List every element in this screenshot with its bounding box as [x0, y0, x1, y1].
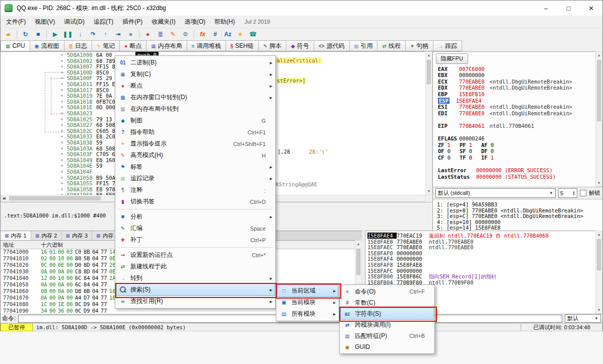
stack-vscrollbar[interactable]: ▲ ▼: [595, 231, 602, 314]
register-row[interactable]: EDX770EABE0<ntdll.DbgUiRemoteBreakin>: [438, 85, 593, 91]
menubar-item-6[interactable]: 收藏夹(I): [147, 16, 180, 28]
breakpoint-dot[interactable]: [61, 71, 63, 74]
menu-current-region[interactable]: □当前区域▸: [277, 285, 338, 297]
tab-memory-map[interactable]: ▦内存布局: [146, 40, 187, 51]
argument-row[interactable]: 4: [esp+10] 00000000: [437, 219, 500, 225]
tab-references[interactable]: ◎引用: [350, 40, 378, 51]
pause-button[interactable]: ❚❚: [62, 29, 73, 40]
tab-breakpoints[interactable]: ●断点: [120, 40, 146, 51]
menubar-item-2[interactable]: 视图(V): [30, 16, 59, 28]
scroll-up-icon[interactable]: ▲: [596, 52, 602, 58]
unlock-checkbox[interactable]: [580, 190, 586, 196]
breakpoint-dot[interactable]: [61, 141, 63, 143]
tab-script[interactable]: ✎脚本: [259, 40, 286, 51]
stack-row[interactable]: 15E8FAF000000000: [367, 250, 429, 256]
scroll-right-icon[interactable]: ▶: [1, 195, 8, 201]
argument-count-stepper[interactable]: 5 ▲▼: [558, 188, 577, 198]
scroll-up-icon[interactable]: ▲: [596, 231, 602, 238]
scroll-down-icon[interactable]: ▼: [426, 188, 432, 194]
breakpoint-dot[interactable]: [61, 148, 63, 150]
register-row[interactable]: ESI770EABE0<ntdll.DbgUiRemoteBreakin>: [438, 104, 593, 110]
menu-show-mnemonic-brief[interactable]: ✦显示指令提示Ctrl+Shift+F1: [116, 138, 274, 150]
stack-row[interactable]: 15E8FAF400000000: [367, 256, 429, 262]
menubar-item-8[interactable]: 帮助(H): [210, 16, 240, 28]
breakpoint-dot[interactable]: [61, 124, 63, 126]
registers-vscrollbar[interactable]: ▲ ▼: [595, 51, 602, 187]
stack-row[interactable]: 15E8FAFC00000000: [367, 268, 429, 274]
breakpoint-dot[interactable]: [61, 112, 63, 114]
menu-breakpoint[interactable]: ●断点▸: [116, 80, 274, 92]
tab-call-stack[interactable]: ≡调用堆栈: [187, 40, 226, 51]
stack-row[interactable]: 15E8FAE4770EAC19返回到 ntdll.770EAC19 自 ntd…: [367, 233, 549, 239]
breakpoint-dot[interactable]: [61, 153, 63, 155]
settings-button[interactable]: ⚙: [180, 29, 191, 40]
calling-convention-select[interactable]: 默认 (stdcall) ▼: [435, 188, 556, 198]
breakpoint-dot[interactable]: [61, 135, 63, 137]
tab-trace[interactable]: →跟踪: [433, 40, 462, 51]
tab-log[interactable]: ≣日志: [64, 40, 92, 51]
register-row[interactable]: ESP15E8FAE4: [438, 97, 593, 104]
register-row[interactable]: LastError00000000 (ERROR_SUCCESS): [438, 167, 593, 174]
menu-create-thread-here[interactable]: ⇄新建线程于此: [116, 261, 274, 272]
step-out-button[interactable]: ↑: [100, 29, 111, 40]
register-row[interactable]: EBP15E8FB10: [438, 91, 593, 97]
tab-cpu[interactable]: ▦CPU: [1, 40, 30, 51]
register-row[interactable]: OF0SF0DF0: [438, 148, 593, 155]
tab-dump-3[interactable]: ▦内存 3: [61, 231, 92, 240]
function-button[interactable]: fx: [197, 29, 208, 40]
register-row[interactable]: EDI770EABE0<ntdll.DbgUiRemoteBreakin>: [438, 110, 593, 116]
menu-intermodular-calls[interactable]: ⇄跨模块调用(I): [341, 319, 433, 330]
menu-string-references[interactable]: az字符串(S): [341, 308, 433, 319]
breakpoint-dot[interactable]: [61, 165, 63, 167]
stop-button[interactable]: ■: [32, 29, 44, 40]
open-file-button[interactable]: ▰: [3, 29, 14, 40]
menu-binary[interactable]: 01二进制(B)▸: [116, 57, 274, 68]
help-toolbar-button[interactable]: ☎: [247, 29, 259, 40]
argument-row[interactable]: 1: [esp+4] 96A59BB3: [437, 201, 497, 207]
scroll-up-icon[interactable]: ▲: [426, 52, 432, 58]
close-button[interactable]: ✕: [580, 1, 602, 16]
breakpoint-dot[interactable]: [61, 171, 63, 173]
step-over-button[interactable]: ↷: [87, 29, 99, 40]
menu-patch[interactable]: ✚补丁Ctrl+P: [116, 234, 274, 246]
breakpoint-toolbar-button[interactable]: ●: [142, 29, 154, 40]
tab-threads[interactable]: ⇄线程: [378, 40, 405, 51]
stack-row[interactable]: 15E8FAF815E8FAE8: [367, 262, 429, 268]
animate-button[interactable]: »: [125, 29, 136, 40]
breakpoint-dot[interactable]: [61, 65, 63, 67]
breakpoint-dot[interactable]: [61, 95, 63, 97]
menu-analysis[interactable]: ✱分析▸: [116, 211, 274, 223]
menu-follow-in-memory-map[interactable]: ▥在内存布局中转到: [116, 103, 274, 115]
argument-row[interactable]: 3: [esp+C] 770EABE0 <ntdll.DbgUiRemoteBr…: [437, 213, 583, 219]
argument-row[interactable]: 2: [esp+8] 770EABE0 <ntdll.DbgUiRemoteBr…: [437, 207, 583, 213]
tab-graph[interactable]: ◉流程图: [30, 40, 64, 51]
breakpoint-dot[interactable]: [61, 159, 63, 161]
menubar-item-7[interactable]: 选项(O): [180, 16, 210, 28]
tab-dump-2[interactable]: ▦内存 2: [31, 231, 62, 240]
register-row[interactable]: CF0TF0IF1: [438, 154, 593, 161]
menu-comment[interactable]: ¶注释;: [116, 184, 274, 196]
maximize-button[interactable]: □: [557, 1, 580, 16]
menu-find-references[interactable]: ∞查找引用(R)▸: [116, 296, 274, 307]
scroll-thumb[interactable]: [597, 60, 601, 121]
menubar-item-5[interactable]: 插件(P): [118, 16, 147, 28]
menu-goto[interactable]: →转到▸: [116, 272, 274, 284]
stack-row[interactable]: 15E8FAEC770EABE0ntdll.770EABE0: [367, 244, 474, 250]
register-row[interactable]: EIP770B4061ntdll.770B4061: [438, 122, 593, 129]
menu-assemble[interactable]: ✎汇编Space: [116, 223, 274, 234]
restart-button[interactable]: ↻: [20, 29, 31, 40]
log-toolbar-button[interactable]: ≣: [155, 29, 166, 40]
menu-follow-in-dump[interactable]: ▦在内存窗口中转到(D)▸: [116, 92, 274, 103]
stack-row[interactable]: 15E8FAE8770EABE0ntdll.770EABE0: [367, 239, 474, 245]
register-row[interactable]: EBX00000000: [438, 72, 593, 79]
favourites-button[interactable]: ★: [235, 29, 246, 40]
menu-command[interactable]: ≡命令(O)Ctrl+F: [341, 286, 433, 297]
menu-graph[interactable]: ◆制图G: [116, 115, 274, 126]
menu-label[interactable]: ⚑标签▸: [116, 161, 274, 173]
tab-source[interactable]: <>源代码: [314, 40, 350, 51]
minimize-button[interactable]: –: [535, 1, 557, 16]
register-row[interactable]: EAX007C6000: [438, 65, 593, 72]
scroll-thumb[interactable]: [9, 196, 101, 200]
breakpoint-dot[interactable]: [61, 101, 63, 103]
breakpoint-dot[interactable]: [61, 177, 63, 179]
